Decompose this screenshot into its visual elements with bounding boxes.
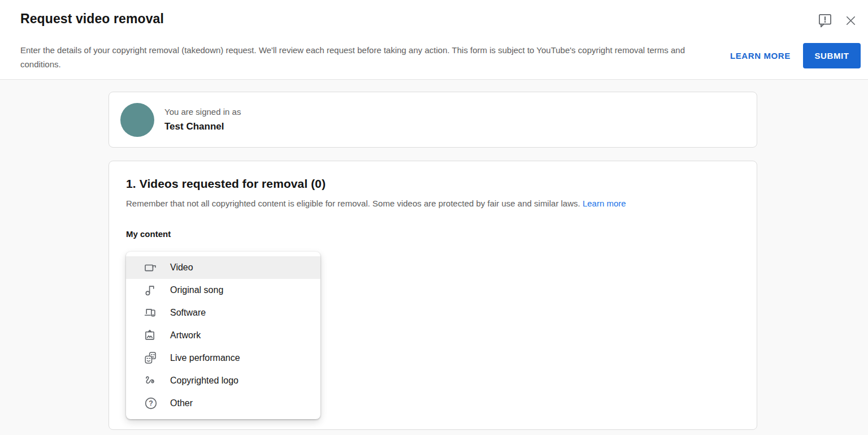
page-title: Request video removal	[20, 11, 164, 27]
signin-card: You are signed in as Test Channel	[108, 92, 757, 148]
channel-avatar	[120, 103, 154, 137]
devices-icon	[144, 305, 158, 320]
signin-label: You are signed in as	[164, 107, 241, 117]
learn-more-button[interactable]: LEARN MORE	[730, 51, 791, 61]
menu-item-software[interactable]: Software	[126, 302, 320, 324]
menu-item-label: Software	[170, 308, 206, 318]
menu-item-copyrighted-logo[interactable]: Copyrighted logo	[126, 369, 320, 392]
close-button[interactable]	[844, 14, 858, 28]
content-type-menu: Video Original song Software	[126, 252, 320, 419]
music-note-icon	[144, 283, 158, 298]
menu-item-other[interactable]: ? Other	[126, 392, 320, 415]
menu-item-label: Live performance	[170, 353, 240, 363]
submit-button[interactable]: SUBMIT	[803, 43, 861, 68]
section-description-text: Remember that not all copyrighted conten…	[126, 199, 580, 208]
menu-item-original-song[interactable]: Original song	[126, 279, 320, 302]
channel-name: Test Channel	[164, 121, 241, 132]
video-camera-icon	[144, 260, 158, 275]
videos-section-card: 1. Videos requested for removal (0) Reme…	[108, 161, 757, 430]
menu-item-artwork[interactable]: Artwork	[126, 324, 320, 347]
section-description: Remember that not all copyrighted conten…	[126, 197, 740, 209]
menu-item-label: Other	[170, 398, 193, 408]
signature-squiggle-icon	[144, 373, 158, 388]
feedback-bubble-icon	[817, 21, 833, 30]
menu-item-live-performance[interactable]: Live performance	[126, 347, 320, 369]
feedback-button[interactable]	[817, 12, 833, 28]
artwork-frame-icon	[144, 328, 158, 343]
theater-masks-icon	[144, 351, 158, 365]
section-heading: 1. Videos requested for removal (0)	[126, 176, 740, 191]
menu-item-label: Artwork	[170, 330, 201, 341]
question-circle-icon: ?	[144, 396, 158, 411]
header: Request video removal Enter the details …	[0, 0, 868, 80]
menu-item-label: Video	[170, 262, 193, 273]
close-icon	[844, 21, 858, 29]
section-learn-more-link[interactable]: Learn more	[583, 199, 626, 208]
svg-text:?: ?	[149, 399, 153, 407]
my-content-label: My content	[126, 229, 740, 239]
menu-item-label: Original song	[170, 285, 223, 295]
menu-item-video[interactable]: Video	[126, 256, 320, 279]
menu-item-label: Copyrighted logo	[170, 376, 238, 386]
page-description: Enter the details of your copyright remo…	[20, 43, 701, 71]
